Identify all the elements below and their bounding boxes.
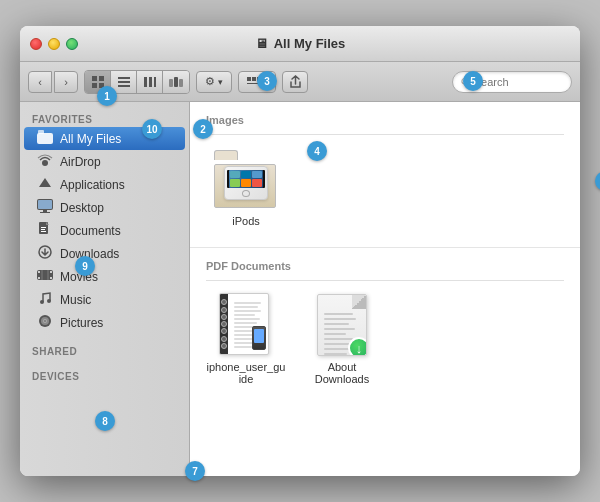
movies-label: Movies [60,270,98,284]
ipods-label: iPods [232,215,260,227]
arrange-button[interactable]: ▾ [238,71,276,93]
search-box[interactable] [452,71,572,93]
svg-rect-11 [174,77,178,87]
maximize-button[interactable] [66,38,78,50]
pictures-icon [36,314,54,331]
devices-label: DEVICES [20,367,189,384]
toolbar: ‹ › [20,62,580,102]
sidebar: FAVORITES All My Files [20,102,190,476]
pictures-label: Pictures [60,316,103,330]
svg-rect-36 [41,270,43,280]
about-downloads-item[interactable]: ↓ About Downloads [302,293,382,385]
svg-rect-15 [257,77,259,81]
desktop-icon [36,199,54,216]
pdf-header: PDF Documents [206,256,564,281]
sidebar-item-downloads[interactable]: Downloads [24,242,185,265]
iphone-user-guide-icon [214,293,278,357]
title-bar: 🖥 All My Files [20,26,580,62]
music-label: Music [60,293,91,307]
sidebar-item-movies[interactable]: Movies [24,265,185,288]
share-icon [289,75,302,88]
ipods-icon [214,147,278,211]
search-icon [461,77,470,87]
minimize-button[interactable] [48,38,60,50]
svg-rect-23 [38,200,52,209]
svg-rect-14 [252,77,256,81]
svg-rect-19 [37,133,53,144]
iphone-user-guide-label: iphone_user_guide [206,361,286,385]
nav-buttons: ‹ › [28,71,78,93]
airdrop-icon [36,153,54,170]
all-my-files-icon [36,130,54,147]
svg-rect-34 [38,277,40,279]
share-button[interactable] [282,71,308,93]
svg-rect-8 [149,77,152,87]
images-header: Images [206,110,564,135]
shared-label: SHARED [20,342,189,359]
sidebar-item-airdrop[interactable]: AirDrop [24,150,185,173]
pdf-section: PDF Documents [190,248,580,405]
svg-rect-2 [92,83,97,88]
svg-rect-28 [41,229,45,230]
movies-icon [36,268,54,285]
svg-rect-24 [43,210,47,212]
back-button[interactable]: ‹ [28,71,52,93]
close-button[interactable] [30,38,42,50]
file-area: Images [190,102,580,476]
forward-button[interactable]: › [54,71,78,93]
svg-point-43 [44,320,46,322]
sidebar-item-documents[interactable]: Documents [24,219,185,242]
svg-rect-9 [154,77,156,87]
coverflow-view-button[interactable] [163,71,189,93]
sidebar-item-music[interactable]: Music [24,288,185,311]
svg-rect-35 [50,277,52,279]
svg-rect-32 [38,271,40,273]
svg-rect-6 [118,85,130,87]
svg-rect-13 [247,77,251,81]
svg-rect-16 [247,83,259,84]
svg-rect-25 [40,212,50,213]
icon-view-button[interactable] [85,71,111,93]
svg-rect-3 [99,83,104,88]
documents-label: Documents [60,224,121,238]
pdf-grid: iphone_user_guide [206,293,564,397]
svg-point-17 [462,78,467,83]
about-downloads-label: About Downloads [302,361,382,385]
action-button[interactable]: ⚙ ▾ [196,71,232,93]
arrange-icon [247,77,259,87]
action-chevron-icon: ▾ [218,77,223,87]
sidebar-item-all-my-files[interactable]: All My Files [24,127,185,150]
sidebar-item-applications[interactable]: Applications [24,173,185,196]
search-input[interactable] [474,76,563,88]
svg-rect-7 [144,77,147,87]
finder-window: 🖥 All My Files ‹ › [20,26,580,476]
favorites-label: FAVORITES [20,110,189,127]
svg-rect-4 [118,77,130,79]
airdrop-label: AirDrop [60,155,101,169]
downloads-label: Downloads [60,247,119,261]
svg-rect-37 [47,270,49,280]
finder-icon: 🖥 [255,36,268,51]
iphone-user-guide-item[interactable]: iphone_user_guide [206,293,286,385]
view-buttons [84,70,190,94]
svg-rect-5 [118,81,130,83]
applications-label: Applications [60,178,125,192]
svg-rect-10 [169,79,173,87]
all-my-files-label: All My Files [60,132,121,146]
images-section: Images [190,102,580,247]
svg-rect-0 [92,76,97,81]
svg-line-18 [467,83,469,85]
ipods-item[interactable]: iPods [206,147,286,227]
list-view-button[interactable] [111,71,137,93]
applications-icon [36,176,54,193]
images-grid: iPods [206,147,564,239]
svg-rect-1 [99,76,104,81]
svg-point-21 [42,160,48,166]
sidebar-item-pictures[interactable]: Pictures [24,311,185,334]
svg-rect-20 [38,130,44,134]
about-downloads-icon: ↓ [310,293,374,357]
sidebar-item-desktop[interactable]: Desktop [24,196,185,219]
annotation-6: 6 [595,171,600,191]
svg-point-39 [47,299,51,303]
column-view-button[interactable] [137,71,163,93]
